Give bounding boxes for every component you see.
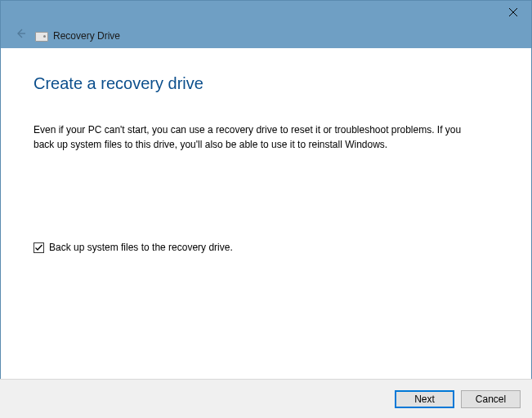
footer: Next Cancel: [0, 379, 532, 418]
close-button[interactable]: [494, 1, 531, 24]
description-text: Even if your PC can't start, you can use…: [34, 122, 475, 152]
backup-checkbox-label: Back up system files to the recovery dri…: [49, 242, 233, 253]
content-area: Create a recovery drive Even if your PC …: [1, 48, 531, 253]
checkmark-icon: [34, 243, 43, 252]
backup-checkbox-row[interactable]: Back up system files to the recovery dri…: [34, 242, 498, 253]
next-button[interactable]: Next: [395, 390, 454, 408]
page-heading: Create a recovery drive: [34, 74, 498, 93]
back-button: [12, 25, 29, 42]
drive-icon: [35, 32, 48, 42]
cancel-button[interactable]: Cancel: [461, 390, 521, 408]
titlebar: Recovery Drive: [1, 1, 531, 48]
back-arrow-icon: [14, 27, 27, 40]
window-title: Recovery Drive: [53, 30, 120, 42]
close-icon: [509, 8, 517, 16]
backup-checkbox[interactable]: [34, 242, 44, 253]
